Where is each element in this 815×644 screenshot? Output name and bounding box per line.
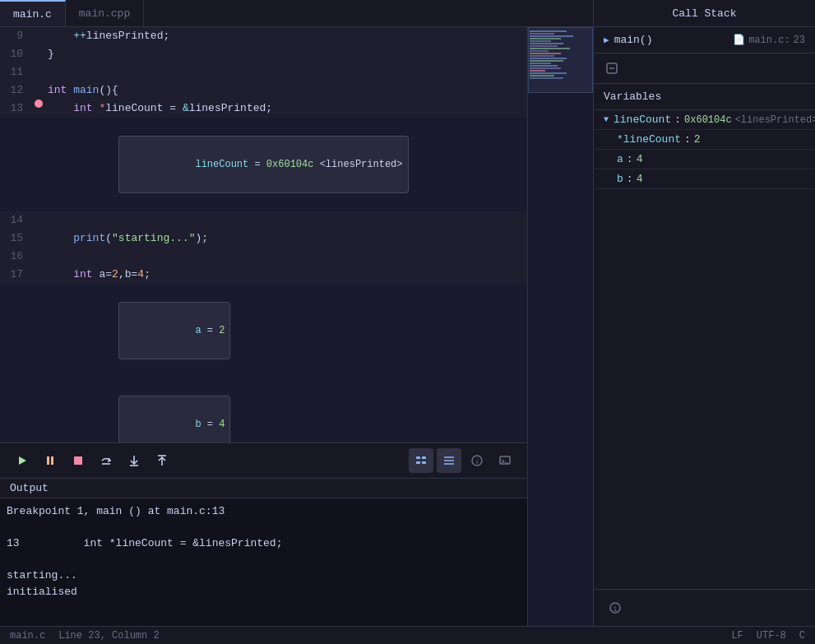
view-vars-button[interactable] — [437, 448, 461, 473]
var-row-linecount[interactable]: ▼ lineCount : 0x60104c <linesPrinted> — [594, 110, 815, 130]
breakpoint-indicator — [35, 100, 43, 108]
tab-main-cpp[interactable]: main.cpp — [66, 0, 144, 26]
tab-main-c[interactable]: main.c — [0, 0, 66, 26]
table-row: 17 b = 4 — [0, 378, 527, 442]
svg-rect-10 — [416, 461, 420, 464]
table-row: 13 int *lineCount = &linesPrinted; — [0, 100, 527, 118]
pause-button[interactable] — [38, 448, 63, 473]
panel-icon-btn-1[interactable] — [600, 57, 623, 80]
status-bar: main.c Line 23, Column 2 LF UTF-8 C — [0, 626, 815, 644]
svg-marker-0 — [19, 456, 26, 465]
status-file: main.c — [10, 630, 45, 642]
panel-bottom-row: i — [594, 589, 815, 626]
variables-title: Variables — [604, 90, 661, 103]
tab-spacer — [144, 0, 593, 26]
editor-area: 9 ++linesPrinted; 10 } 11 12 int main() — [0, 27, 527, 626]
tab-label: main.cpp — [79, 7, 130, 20]
call-stack-file-name: main.c: — [748, 35, 790, 46]
svg-rect-9 — [416, 456, 420, 459]
tab-label: main.c — [13, 8, 52, 21]
output-line: starting... — [7, 568, 521, 584]
code-editor[interactable]: 9 ++linesPrinted; 10 } 11 12 int main() — [0, 27, 527, 442]
main-area: 9 ++linesPrinted; 10 } 11 12 int main() — [0, 27, 815, 626]
table-row: 10 } — [0, 45, 527, 63]
minimap-inner — [528, 27, 593, 626]
status-eol: LF — [731, 630, 743, 642]
svg-rect-1 — [47, 456, 49, 465]
debug-hint: b = 4 — [118, 396, 230, 442]
variables-panel: Variables ▼ lineCount : 0x60104c <linesP… — [594, 83, 815, 589]
debug-hint: lineCount = 0x60104c <linesPrinted> — [118, 136, 408, 193]
step-out-button[interactable] — [150, 448, 174, 473]
var-row-b[interactable]: b : 4 — [594, 169, 815, 189]
table-row: 17 int a=2,b=4; — [0, 266, 527, 284]
step-into-button[interactable] — [122, 448, 146, 473]
svg-text:i: i — [613, 605, 617, 613]
expand-icon: ▼ — [604, 115, 609, 124]
tab-bar: main.c main.cpp Call Stack — [0, 0, 815, 27]
step-over-button[interactable] — [94, 448, 118, 473]
view-info-button[interactable]: i — [465, 448, 489, 473]
output-line — [7, 552, 521, 568]
call-stack-line: 23 — [794, 35, 805, 46]
output-line: initialised — [7, 584, 521, 600]
output-line: 13 int *lineCount = &linesPrinted; — [7, 535, 521, 552]
play-button[interactable] — [10, 448, 35, 473]
table-row: 12 int main(){ — [0, 81, 527, 100]
table-row: 17 a = 2 — [0, 284, 527, 378]
call-stack-item[interactable]: ▶ main() 📄 main.c:23 — [594, 27, 815, 53]
var-row-a[interactable]: a : 4 — [594, 150, 815, 169]
output-header: Output — [0, 479, 527, 498]
debug-view-buttons: i — [409, 448, 517, 473]
file-icon: 📄 — [733, 34, 745, 46]
output-line — [7, 520, 521, 536]
var-row-deref-linecount[interactable]: *lineCount : 2 — [594, 130, 815, 150]
table-row: 13 lineCount = 0x60104c <linesPrinted> — [0, 118, 527, 211]
view-registers-button[interactable] — [409, 448, 433, 473]
status-encoding: UTF-8 — [757, 630, 786, 642]
call-stack-header: Call Stack — [593, 0, 815, 26]
table-row: 14 — [0, 211, 527, 229]
variables-header: Variables — [594, 84, 815, 110]
status-position: Line 23, Column 2 — [58, 630, 159, 642]
table-row: 15 print("starting..."); — [0, 229, 527, 248]
svg-rect-3 — [74, 456, 82, 465]
svg-rect-11 — [422, 456, 426, 459]
table-row: 11 — [0, 63, 527, 81]
panel-btn-row — [594, 53, 815, 83]
info-icon-btn[interactable]: i — [604, 596, 627, 619]
svg-rect-12 — [422, 461, 426, 464]
svg-text:i: i — [476, 457, 478, 466]
view-console-button[interactable] — [493, 448, 517, 473]
table-row: 16 — [0, 248, 527, 266]
debug-toolbar: i — [0, 442, 527, 478]
output-title: Output — [10, 482, 49, 494]
call-stack-panel: ▶ main() 📄 main.c:23 Variables ▼ — [593, 27, 815, 626]
svg-rect-2 — [51, 456, 53, 465]
stop-button[interactable] — [66, 448, 90, 473]
expand-arrow-icon: ▶ — [604, 35, 609, 45]
table-row: 9 ++linesPrinted; — [0, 27, 527, 45]
call-stack-file: 📄 main.c:23 — [733, 34, 805, 46]
output-content[interactable]: Breakpoint 1, main () at main.c:13 13 in… — [0, 498, 527, 626]
debug-hint: a = 2 — [118, 302, 230, 359]
call-stack-title: Call Stack — [672, 7, 736, 20]
call-stack-func: main() — [614, 34, 734, 46]
minimap — [527, 27, 593, 626]
output-line: Breakpoint 1, main () at main.c:13 — [7, 503, 521, 520]
status-lang: C — [799, 630, 805, 642]
output-panel: Output Breakpoint 1, main () at main.c:1… — [0, 478, 527, 626]
